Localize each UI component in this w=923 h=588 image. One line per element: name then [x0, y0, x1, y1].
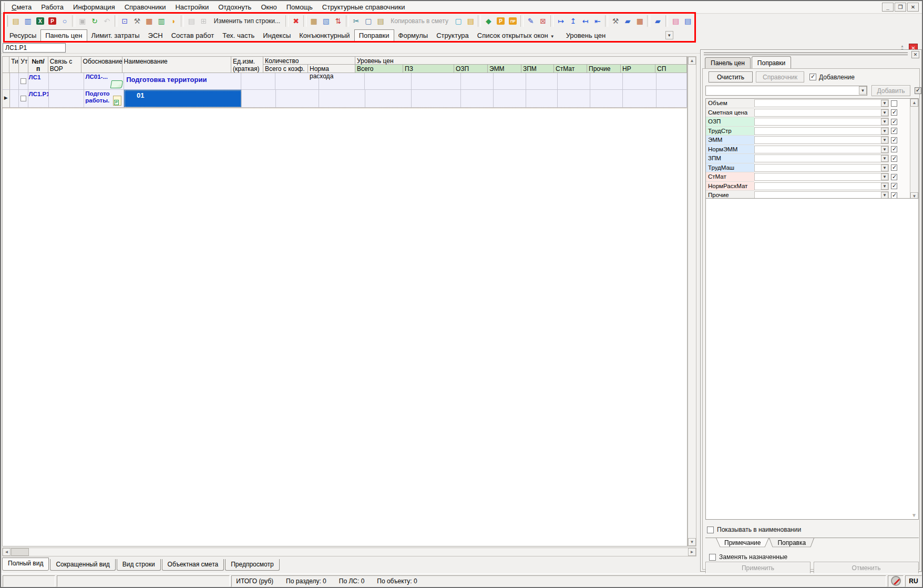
correction-value-combo[interactable]: ▼: [754, 136, 889, 144]
table-vertical-scrollbar[interactable]: ▲ ▼: [688, 56, 696, 546]
cell[interactable]: [49, 73, 84, 90]
correction-value-combo[interactable]: ▼: [754, 154, 889, 162]
note-tab-поправка[interactable]: Поправка: [769, 538, 814, 549]
chevron-down-icon[interactable]: ▼: [665, 31, 673, 39]
approve-checkbox-cell[interactable]: [19, 90, 28, 108]
clear-button[interactable]: Очистить: [709, 71, 753, 82]
column-header-нр[interactable]: НР: [621, 65, 655, 73]
maximize-button[interactable]: ❐: [895, 3, 906, 12]
chevron-down-icon[interactable]: ▼: [881, 100, 888, 107]
addition-checkbox[interactable]: [809, 74, 816, 80]
menu-item-информация[interactable]: Информация: [68, 2, 120, 13]
panel-close-icon[interactable]: ✕: [911, 51, 919, 58]
tab-поправки[interactable]: Поправки: [354, 29, 394, 42]
books-blue-icon[interactable]: ▤: [682, 15, 694, 27]
cell[interactable]: [10, 73, 19, 90]
correction-enabled-checkbox[interactable]: [891, 119, 897, 125]
menu-item-работа[interactable]: Работа: [36, 2, 68, 13]
column-header-норма-расхода[interactable]: Норма расхода: [308, 65, 355, 73]
tab-состав-работ[interactable]: Состав работ: [167, 30, 218, 41]
paste-icon[interactable]: ▤: [375, 15, 386, 27]
menu-item-окно[interactable]: Окно: [256, 2, 281, 13]
apply-button[interactable]: Применить: [705, 562, 811, 574]
correction-value-combo[interactable]: ▼: [754, 164, 889, 172]
correction-enabled-checkbox[interactable]: [891, 137, 897, 143]
correction-enabled-checkbox[interactable]: [891, 183, 897, 189]
doc-pr-icon[interactable]: ПР: [507, 15, 519, 27]
correction-value-combo[interactable]: ▼: [754, 127, 889, 135]
basis-cell[interactable]: ЛС01-...: [84, 73, 124, 90]
correction-value-combo[interactable]: ▼: [754, 173, 889, 181]
row-number-cell[interactable]: ЛС1.Р1: [28, 90, 49, 108]
tab-формулы[interactable]: Формулы: [394, 30, 433, 41]
outdent-left-end-icon[interactable]: ⇤: [592, 15, 603, 27]
indent-up-icon[interactable]: ↥: [567, 15, 579, 27]
correction-enabled-checkbox[interactable]: [891, 146, 897, 152]
chevron-down-icon[interactable]: ▼: [881, 109, 888, 116]
add-document-icon[interactable]: ▧: [320, 15, 332, 27]
correction-enabled-checkbox[interactable]: [891, 100, 897, 107]
hscroll-thumb[interactable]: [11, 548, 29, 556]
correction-enabled-checkbox[interactable]: [891, 192, 897, 199]
move-updown-icon[interactable]: ⇅: [332, 15, 344, 27]
add-flag-checkbox[interactable]: [915, 87, 921, 94]
tab-панель-цен[interactable]: Панель цен: [40, 29, 87, 42]
cell[interactable]: [10, 90, 19, 108]
menu-item-помощь[interactable]: Помощь: [282, 2, 317, 13]
column-header--п-п[interactable]: №п/п: [28, 57, 48, 73]
chevron-down-icon[interactable]: ▼: [881, 183, 888, 190]
view-tab-сокращенный-вид[interactable]: Сокращенный вид: [50, 559, 115, 571]
combo-dropdown-icon[interactable]: ▼: [859, 86, 867, 95]
copy-to-estimate-button[interactable]: Копировать в смету: [387, 15, 452, 27]
machine-icon[interactable]: ▤: [186, 15, 197, 27]
chevron-down-icon[interactable]: ▼: [881, 128, 888, 135]
list-scroll-up-icon[interactable]: ▲: [910, 99, 918, 107]
table-row[interactable]: ▶ЛС1.Р1Подготоработы.01: [3, 90, 687, 108]
refresh-icon[interactable]: ↻: [89, 15, 100, 27]
panel-tab-панель-цен[interactable]: Панель цен: [705, 57, 751, 69]
show-in-name-checkbox[interactable]: [707, 527, 714, 533]
column-header-пз[interactable]: ПЗ: [403, 65, 454, 73]
equipment-chest-icon[interactable]: ▥: [156, 15, 167, 27]
change-row-type-button[interactable]: Изменить тип строки...: [210, 15, 284, 27]
correction-enabled-checkbox[interactable]: [891, 164, 897, 171]
reference-button[interactable]: Справочник: [756, 71, 804, 82]
tab-тех-часть[interactable]: Тех. часть: [218, 30, 259, 41]
edit-tree-icon[interactable]: ✎: [525, 15, 537, 27]
approve-checkbox-cell[interactable]: [19, 73, 28, 90]
scroll-up-icon[interactable]: ▲: [688, 57, 696, 65]
doc-p-icon[interactable]: Р: [495, 15, 506, 27]
name-cell[interactable]: Подготовка территории: [124, 73, 241, 90]
truck-alt-icon[interactable]: ▰: [652, 15, 663, 27]
cancel-button[interactable]: Отменить: [814, 562, 919, 574]
column-header-selector[interactable]: [3, 57, 9, 73]
toolbar-grip[interactable]: [2, 3, 5, 12]
undo-icon[interactable]: ↶: [101, 15, 112, 27]
language-indicator[interactable]: RU: [905, 575, 922, 587]
save-icon[interactable]: ▣: [77, 15, 88, 27]
menu-item-структурные-справочники[interactable]: Структурные справочники: [317, 2, 410, 13]
correction-enabled-checkbox[interactable]: [891, 128, 897, 134]
delete-tree-icon[interactable]: ⊠: [537, 15, 549, 27]
correction-enabled-checkbox[interactable]: [891, 174, 897, 180]
column-header-эмм[interactable]: ЭММ: [488, 65, 521, 73]
textarea-scroll-chevron-icon[interactable]: ▼: [911, 512, 917, 518]
truck-icon[interactable]: ▰: [622, 15, 633, 27]
chevron-down-icon[interactable]: ▼: [881, 137, 888, 143]
copy-pages-icon[interactable]: ▢: [453, 15, 464, 27]
list-scrollbar[interactable]: ▲ ▼: [910, 99, 918, 200]
correction-note-textarea[interactable]: ▼: [705, 198, 919, 520]
tree-insert-icon[interactable]: ▥: [22, 15, 34, 27]
excel-export-icon[interactable]: X: [34, 15, 46, 27]
tab-структура[interactable]: Структура: [432, 30, 473, 41]
scroll-right-icon[interactable]: ►: [688, 548, 696, 556]
view-tab-предпросмотр[interactable]: Предпросмотр: [225, 559, 279, 571]
paste-pages-icon[interactable]: ▤: [465, 15, 476, 27]
approve-checkbox[interactable]: [20, 78, 26, 84]
column-header-стмат[interactable]: СтМат: [554, 65, 587, 73]
name-cell[interactable]: 01: [124, 90, 242, 108]
correction-combo[interactable]: ▼: [705, 86, 867, 96]
menu-item-настройки[interactable]: Настройки: [170, 2, 213, 13]
row-number-cell[interactable]: ЛС1: [28, 73, 49, 90]
tab-конъюнктурный[interactable]: Конъюнктурный: [295, 30, 354, 41]
